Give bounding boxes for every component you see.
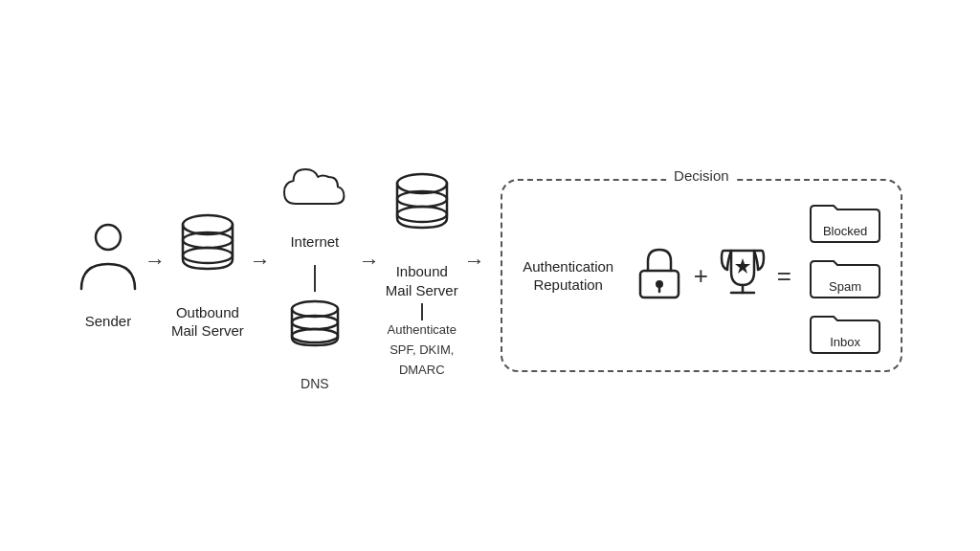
svg-point-3 [183,248,233,263]
main-flow: Sender → Outbound Mail Server → [78,160,902,391]
sender-node: Sender [78,220,139,331]
decision-inner: Authentication Reputation + [516,196,883,355]
dns-db-icon [284,292,345,372]
outbound-db-icon [177,211,238,292]
blocked-label: Blocked [823,224,867,238]
authenticate-label: AuthenticateSPF, DKIM,DMARC [388,320,457,380]
outbound-label: Outbound Mail Server [171,303,244,341]
auth-rep-label: Authentication Reputation [516,257,621,295]
decision-label: Decision [666,167,737,184]
equals-sign: = [777,261,791,291]
trophy-icon [718,245,768,306]
dns-label: DNS [301,376,329,391]
lock-icon [635,244,684,307]
arrow-1: → [145,249,166,274]
folders-area: Blocked Spam Inbox [807,196,883,355]
authenticate-area: AuthenticateSPF, DKIM,DMARC [388,303,457,380]
inbound-node: Inbound Mail Server [386,170,458,299]
blocked-folder: Blocked [807,196,883,244]
sender-label: Sender [85,312,131,331]
internet-label: Internet [290,232,339,252]
person-icon [78,220,139,300]
inbound-db-icon [391,170,453,251]
dns-area: DNS [284,265,345,391]
arrow-3: → [359,249,380,274]
svg-point-6 [292,329,338,342]
arrow-4: → [464,249,485,274]
inbox-label: Inbox [830,335,860,349]
decision-box: Decision Authentication Reputation + [501,179,902,372]
svg-marker-15 [735,258,750,274]
spam-label: Spam [829,279,861,294]
cloud-icon [277,160,353,221]
inbox-folder: Inbox [807,307,883,355]
outbound-node: Outbound Mail Server [171,211,244,341]
svg-point-4 [292,301,338,317]
plus-sign: + [694,261,708,291]
svg-point-0 [96,225,121,250]
internet-node: Internet DNS [277,160,353,391]
spam-folder: Spam [807,252,883,299]
email-flow-diagram: Sender → Outbound Mail Server → [31,27,949,524]
auth-line [421,303,423,320]
svg-point-9 [397,207,447,222]
inbound-label: Inbound Mail Server [386,262,458,299]
inbound-col: Inbound Mail Server AuthenticateSPF, DKI… [386,170,458,380]
arrow-2: → [250,249,271,274]
dns-vertical-line [314,265,316,292]
